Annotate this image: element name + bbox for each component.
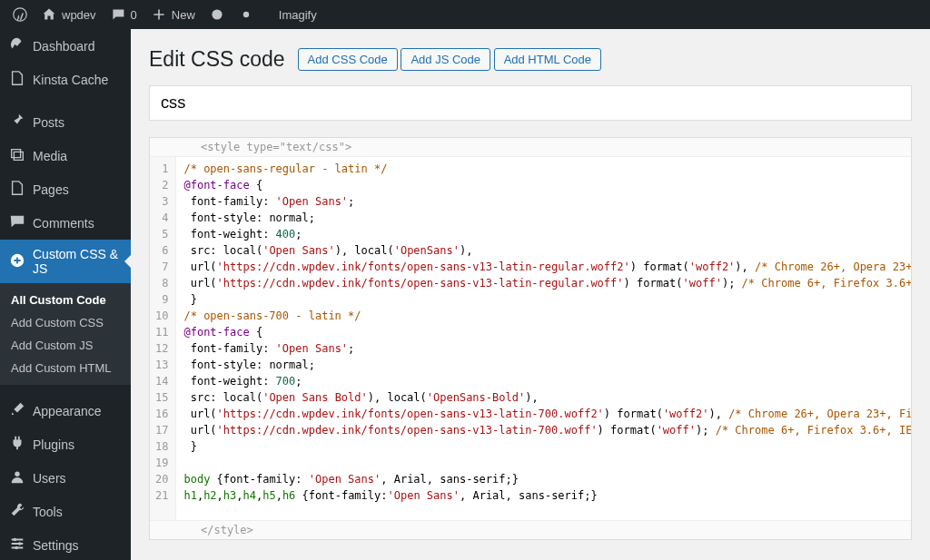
editor-prologue: <style type="text/css">	[150, 138, 911, 157]
sidebar-subitem[interactable]: All Custom Code	[0, 289, 131, 311]
svg-point-7	[15, 546, 18, 550]
home-icon	[42, 7, 56, 22]
sidebar-item-custom-css-js[interactable]: Custom CSS & JS	[0, 240, 131, 283]
add-js-button[interactable]: Add JS Code	[401, 48, 490, 71]
svg-point-4	[15, 472, 19, 476]
imagify-label: Imagify	[279, 8, 317, 22]
svg-point-2	[243, 12, 249, 17]
site-name-menu[interactable]: wpdev	[35, 0, 104, 29]
imagify-menu[interactable]: Imagify	[272, 0, 324, 29]
sidebar-item-settings[interactable]: Settings	[0, 528, 131, 560]
sidebar-item-tools[interactable]: Tools	[0, 495, 131, 528]
sidebar-item-label: Appearance	[33, 404, 102, 418]
editor-code-area[interactable]: /* open-sans-regular - latin */@font-fac…	[176, 157, 911, 520]
main-content: Edit CSS code Add CSS Code Add JS Code A…	[131, 29, 930, 560]
sidebar-item-label: Posts	[33, 115, 64, 130]
sidebar-item-dashboard[interactable]: Dashboard	[0, 29, 131, 63]
sidebar-item-comments[interactable]: Comments	[0, 206, 131, 240]
sidebar-item-label: Dashboard	[33, 39, 95, 54]
plus-circle-icon	[9, 252, 25, 271]
comments-menu[interactable]: 0	[104, 0, 144, 29]
generic-menu[interactable]	[232, 0, 261, 29]
dot-icon	[239, 7, 253, 22]
sidebar-item-label: Comments	[33, 216, 94, 231]
admin-bar: wpdev 0 New Imagify	[0, 0, 930, 29]
sidebar-item-label: Tools	[33, 505, 63, 519]
sidebar-item-label: Kinsta Cache	[33, 73, 108, 87]
sidebar-subitem[interactable]: Add Custom JS	[0, 334, 131, 357]
page-icon	[9, 70, 25, 89]
sidebar-subitem[interactable]: Add Custom CSS	[0, 311, 131, 334]
new-label: New	[172, 8, 195, 22]
sidebar-item-label: Users	[33, 471, 66, 486]
sidebar-item-label: Pages	[33, 182, 69, 197]
yoast-menu[interactable]	[203, 0, 232, 29]
new-content-menu[interactable]: New	[144, 0, 203, 29]
code-editor[interactable]: <style type="text/css"> 1234567891011121…	[149, 137, 912, 540]
add-css-button[interactable]: Add CSS Code	[298, 48, 398, 71]
editor-gutter: 123456789101112131415161718192021	[150, 157, 176, 520]
page-icon	[9, 180, 25, 199]
brush-icon	[9, 401, 25, 420]
add-html-button[interactable]: Add HTML Code	[494, 48, 601, 71]
sidebar-item-kinsta-cache[interactable]: Kinsta Cache	[0, 63, 131, 96]
wordpress-icon	[13, 7, 27, 22]
sidebar-submenu: All Custom CodeAdd Custom CSSAdd Custom …	[0, 283, 131, 385]
plug-icon	[9, 435, 25, 454]
sidebar-item-plugins[interactable]: Plugins	[0, 427, 131, 461]
sidebar-item-posts[interactable]: Posts	[0, 105, 131, 139]
sidebar-item-users[interactable]: Users	[0, 461, 131, 495]
editor-epilogue: </style>	[150, 520, 911, 539]
dashboard-icon	[9, 36, 25, 55]
sidebar-item-label: Settings	[33, 538, 79, 553]
heading-row: Edit CSS code Add CSS Code Add JS Code A…	[149, 47, 912, 72]
comment-icon	[111, 7, 125, 22]
user-icon	[9, 468, 25, 487]
comments-count: 0	[131, 8, 137, 22]
svg-point-5	[14, 538, 17, 542]
sidebar-item-label: Plugins	[33, 437, 74, 452]
wrench-icon	[9, 502, 25, 521]
pin-icon	[9, 113, 25, 132]
plus-icon	[152, 7, 166, 22]
sidebar-item-appearance[interactable]: Appearance	[0, 394, 131, 427]
sidebar-item-label: Custom CSS & JS	[33, 247, 122, 276]
sidebar-item-label: Media	[33, 149, 67, 163]
svg-point-6	[18, 542, 22, 545]
page-title: Edit CSS code	[149, 47, 285, 72]
yoast-icon	[210, 7, 224, 22]
sidebar-item-media[interactable]: Media	[0, 139, 131, 172]
svg-point-1	[212, 9, 222, 19]
admin-sidebar: DashboardKinsta CachePostsMediaPagesComm…	[0, 29, 131, 560]
sidebar-subitem[interactable]: Add Custom HTML	[0, 357, 131, 379]
media-icon	[9, 146, 25, 165]
sliders-icon	[9, 535, 25, 555]
site-name-label: wpdev	[62, 8, 96, 22]
wp-logo-menu[interactable]	[5, 0, 35, 29]
comment-icon	[9, 213, 25, 232]
sidebar-item-pages[interactable]: Pages	[0, 172, 131, 206]
post-title-input[interactable]	[149, 85, 912, 121]
